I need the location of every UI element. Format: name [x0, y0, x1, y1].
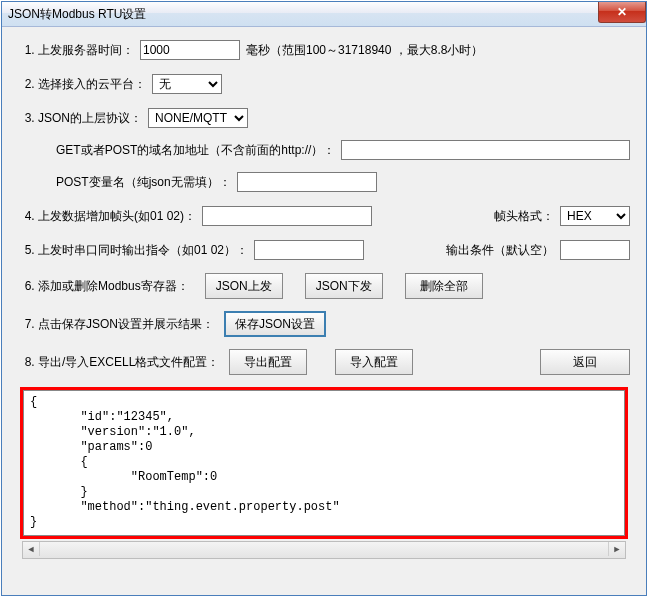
label-excel-config: 导出/导入EXCELL格式文件配置：: [38, 351, 219, 373]
row-excel-config: 导出/导入EXCELL格式文件配置： 导出配置 导入配置 返回: [38, 349, 630, 375]
row-upload-interval: 上发服务器时间： 毫秒（范围100～31718940 ，最大8.8小时）: [38, 39, 630, 61]
btn-export-config[interactable]: 导出配置: [229, 349, 307, 375]
dialog-window: JSON转Modbus RTU设置 ✕ 上发服务器时间： 毫秒（范围100～31…: [1, 1, 647, 596]
scroll-left-arrow-icon[interactable]: ◄: [23, 542, 40, 556]
btn-delete-all[interactable]: 删除全部: [405, 273, 483, 299]
label-serial-output: 上发时串口同时输出指令（如01 02）：: [38, 239, 248, 261]
label-save-json: 点击保存JSON设置并展示结果：: [38, 313, 214, 335]
label-frame-format: 帧头格式：: [494, 205, 554, 227]
window-title: JSON转Modbus RTU设置: [8, 6, 146, 23]
row-save-json: 点击保存JSON设置并展示结果： 保存JSON设置: [38, 311, 630, 337]
row-cloud-platform: 选择接入的云平台： 无: [38, 73, 630, 95]
close-icon: ✕: [617, 5, 627, 19]
input-serial-output[interactable]: [254, 240, 364, 260]
close-button[interactable]: ✕: [598, 2, 646, 23]
scroll-right-arrow-icon[interactable]: ►: [608, 542, 625, 556]
title-bar: JSON转Modbus RTU设置 ✕: [2, 2, 646, 27]
row-frame-header: 上发数据增加帧头(如01 02)： 帧头格式： HEX: [38, 205, 630, 227]
btn-json-upload[interactable]: JSON上发: [205, 273, 283, 299]
btn-save-json[interactable]: 保存JSON设置: [224, 311, 326, 337]
hint-upload-interval: 毫秒（范围100～31718940 ，最大8.8小时）: [246, 39, 483, 61]
select-cloud-platform[interactable]: 无: [152, 74, 222, 94]
input-post-var[interactable]: [237, 172, 377, 192]
json-preview-frame: { "id":"12345", "version":"1.0", "params…: [20, 387, 628, 539]
label-output-condition: 输出条件（默认空）: [446, 239, 554, 261]
row-modbus-registers: 添加或删除Modbus寄存器： JSON上发 JSON下发 删除全部: [38, 273, 630, 299]
input-frame-header[interactable]: [202, 206, 372, 226]
input-upload-interval[interactable]: [140, 40, 240, 60]
label-modbus-registers: 添加或删除Modbus寄存器：: [38, 275, 189, 297]
label-json-protocol: JSON的上层协议：: [38, 107, 142, 129]
horizontal-scrollbar[interactable]: ◄ ►: [20, 543, 628, 561]
label-cloud-platform: 选择接入的云平台：: [38, 73, 146, 95]
row-json-protocol: JSON的上层协议： NONE/MQTT GET或者POST的域名加地址（不含前…: [38, 107, 630, 193]
label-post-var: POST变量名（纯json无需填）：: [56, 171, 231, 193]
input-output-condition[interactable]: [560, 240, 630, 260]
btn-json-download[interactable]: JSON下发: [305, 273, 383, 299]
label-frame-header: 上发数据增加帧头(如01 02)：: [38, 205, 196, 227]
label-upload-interval: 上发服务器时间：: [38, 39, 134, 61]
row-serial-output: 上发时串口同时输出指令（如01 02）： 输出条件（默认空）: [38, 239, 630, 261]
btn-back[interactable]: 返回: [540, 349, 630, 375]
select-frame-format[interactable]: HEX: [560, 206, 630, 226]
label-http-domain: GET或者POST的域名加地址（不含前面的http://）：: [56, 139, 335, 161]
select-json-protocol[interactable]: NONE/MQTT: [148, 108, 248, 128]
input-http-domain[interactable]: [341, 140, 630, 160]
client-area: 上发服务器时间： 毫秒（范围100～31718940 ，最大8.8小时） 选择接…: [2, 27, 646, 569]
btn-import-config[interactable]: 导入配置: [335, 349, 413, 375]
json-preview[interactable]: { "id":"12345", "version":"1.0", "params…: [23, 390, 625, 536]
